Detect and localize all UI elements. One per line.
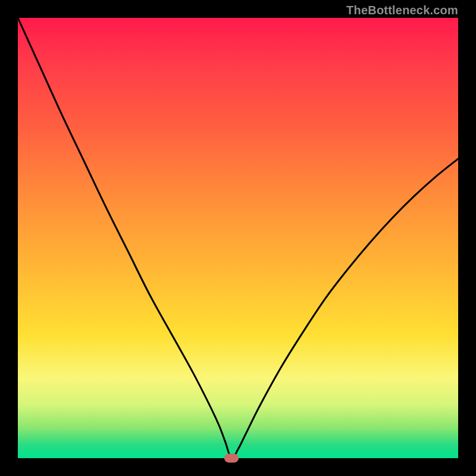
watermark-text: TheBottleneck.com [346, 4, 458, 17]
bottleneck-curve [18, 18, 458, 458]
chart-frame: TheBottleneck.com [0, 0, 476, 476]
optimum-marker [224, 454, 239, 463]
plot-area [18, 18, 458, 458]
